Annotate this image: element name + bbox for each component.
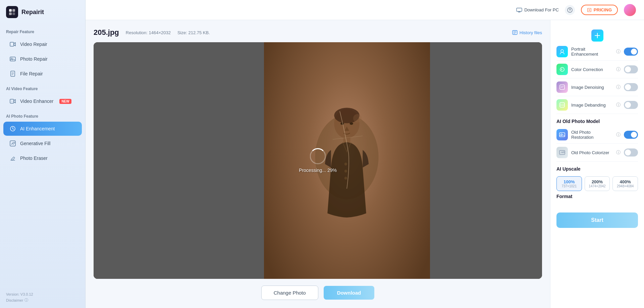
upscale-pct-400: 400% [614,179,636,184]
sidebar-bottom: Version: V3.0.12 Disclaimer ⓘ [0,288,85,303]
sidebar-item-photo-eraser[interactable]: Photo Eraser [3,151,82,165]
svg-rect-29 [560,103,565,107]
right-panel-scroll: Portrait Enhancement ⓘ Color Correction … [550,20,644,207]
sidebar-item-generative-fill-label: Generative Fill [20,141,50,146]
portrait-info-icon[interactable]: ⓘ [616,49,621,55]
svg-rect-0 [9,9,12,12]
old-photo-colorizer-label: Old Photo Colorizer [571,150,612,155]
color-correction-toggle[interactable] [624,65,638,73]
download-pc-label: Download For PC [524,7,559,12]
right-panel: Portrait Enhancement ⓘ Color Correction … [550,20,644,308]
ai-enhancement-icon [9,125,16,132]
image-debanding-toggle[interactable] [624,101,638,109]
section-ai-video-feature: AI Video Feature [0,81,85,94]
old-photo-colorizer-info-icon[interactable]: ⓘ [616,149,621,156]
help-button[interactable] [565,5,575,15]
processing-overlay: Processing... 29% [299,148,337,173]
generative-fill-icon [9,140,16,147]
sidebar-item-video-repair[interactable]: Video Repair [3,37,82,51]
download-button[interactable]: Download [324,286,375,300]
version-text: Version: V3.0.12 [6,292,79,296]
pricing-label: PRICING [594,7,612,12]
color-correction-label: Color Correction [571,67,612,72]
photo-center [264,42,430,279]
old-photo-restoration-toggle[interactable] [624,131,638,139]
section-ai-photo-feature: AI Photo Feature [0,109,85,121]
topbar: Download For PC PRICING [86,0,644,20]
format-section: Format [556,194,638,199]
app-name: Repairit [21,9,44,16]
change-photo-button[interactable]: Change Photo [261,286,318,300]
file-repair-icon [9,70,16,77]
content-area: 205.jpg Resolution: 1464×2032 Size: 212.… [86,20,644,308]
format-heading: Format [556,194,638,199]
svg-point-13 [568,8,572,12]
start-button[interactable]: Start [556,212,638,228]
sidebar-item-file-repair[interactable]: File Repair [3,67,82,81]
old-photo-restoration-item: Old Photo Restoration ⓘ [556,126,638,144]
svg-point-23 [344,170,347,172]
svg-point-20 [350,122,354,125]
image-debanding-info-icon[interactable]: ⓘ [616,102,621,108]
ai-upscale-heading: AI Upscale [556,162,638,174]
svg-point-14 [570,11,570,11]
image-debanding-label: Image Debanding [571,103,612,108]
history-files-label: History files [520,30,542,35]
section-repair-feature: Repair Feature [0,24,85,37]
old-photo-colorizer-item: Old Photo Colorizer ⓘ [556,144,638,162]
image-denoising-toggle[interactable] [624,83,638,91]
sidebar-item-photo-eraser-label: Photo Eraser [20,156,48,161]
upscale-res-100: 737×1021 [558,184,580,188]
image-denoising-icon [556,81,568,93]
disclaimer-link[interactable]: Disclaimer ⓘ [6,298,79,303]
video-enhancer-icon [9,98,16,105]
upscale-btn-100[interactable]: 100% 737×1021 [556,176,582,191]
svg-rect-28 [560,85,565,89]
image-denoising-item: Image Denoising ⓘ [556,78,638,96]
center-panel: 205.jpg Resolution: 1464×2032 Size: 212.… [86,20,550,308]
upscale-pct-100: 100% [558,179,580,184]
svg-point-19 [340,122,344,125]
portrait-enhancement-item: Portrait Enhancement ⓘ [556,43,638,61]
download-for-pc-button[interactable]: Download For PC [516,7,559,12]
sidebar-item-video-enhancer[interactable]: Video Enhancer NEW [3,94,82,108]
svg-point-11 [13,142,15,143]
image-debanding-icon [556,99,568,111]
upscale-btn-200[interactable]: 200% 1474×2042 [585,176,610,191]
svg-rect-3 [12,12,15,15]
svg-point-24 [344,177,347,179]
user-avatar[interactable] [624,4,636,16]
pricing-button[interactable]: PRICING [581,5,618,15]
sidebar-item-generative-fill[interactable]: Generative Fill [3,136,82,150]
logo-area[interactable]: Repairit [0,0,85,24]
svg-point-25 [353,114,362,122]
file-info-bar: 205.jpg Resolution: 1464×2032 Size: 212.… [94,28,542,37]
svg-point-31 [561,134,562,135]
old-photo-restoration-info-icon[interactable]: ⓘ [616,132,621,138]
action-bar: Change Photo Download [94,279,542,300]
svg-rect-5 [10,57,15,61]
main-area: Download For PC PRICING 205.jpg Resoluti… [86,0,644,308]
color-correction-item: Color Correction ⓘ [556,61,638,78]
portrait-enhancement-toggle[interactable] [624,48,638,56]
sidebar-item-ai-enhancement[interactable]: AI Enhancement [3,122,82,136]
color-correction-info-icon[interactable]: ⓘ [616,66,621,72]
upscale-btn-400[interactable]: 400% 2948×4084 [612,176,638,191]
photo-repair-icon [9,56,16,62]
sidebar-item-video-repair-label: Video Repair [20,42,47,47]
sidebar-item-photo-repair-label: Photo Repair [20,56,48,62]
image-denoising-info-icon[interactable]: ⓘ [616,84,621,90]
file-size: Size: 212.75 KB. [177,30,210,35]
new-badge: NEW [59,99,71,104]
old-photo-restoration-label: Old Photo Restoration [571,130,612,140]
history-files-button[interactable]: History files [512,30,542,35]
image-denoising-label: Image Denoising [571,85,612,90]
old-photo-colorizer-toggle[interactable] [624,148,638,157]
image-preview: Processing... 29% [94,42,542,279]
color-correction-icon [556,64,568,75]
top-feature-icon [591,29,603,42]
svg-rect-2 [9,12,12,15]
upscale-res-400: 2948×4084 [614,184,636,188]
sidebar-item-photo-repair[interactable]: Photo Repair [3,52,82,66]
sidebar-item-video-enhancer-label: Video Enhancer [20,99,53,104]
